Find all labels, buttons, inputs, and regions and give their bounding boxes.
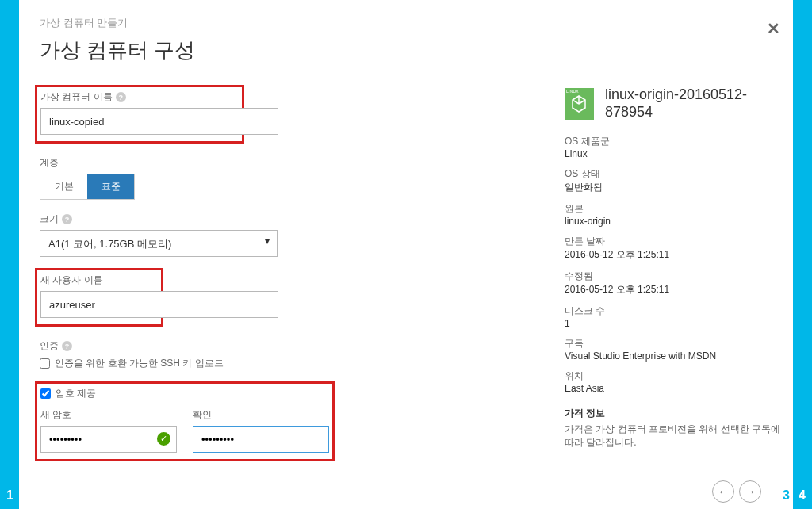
os-family-label: OS 제품군 [565, 135, 780, 148]
prev-arrow-button[interactable]: ← [712, 480, 734, 503]
pricing-label: 가격 정보 [565, 407, 780, 420]
close-icon[interactable]: ✕ [767, 19, 780, 38]
image-name-title: linux-origin-20160512-878954 [605, 86, 780, 121]
size-label: 크기 [40, 212, 59, 226]
tier-basic-tab[interactable]: 기본 [40, 174, 87, 199]
subscription-value: Visual Studio Enterprise with MSDN [565, 350, 780, 362]
modified-value: 2016-05-12 오후 1:25:11 [565, 283, 780, 297]
linux-os-icon [565, 88, 594, 120]
help-icon[interactable]: ? [116, 92, 126, 102]
source-value: linux-origin [565, 216, 780, 227]
new-password-label: 새 암호 [40, 408, 71, 422]
tier-label: 계층 [40, 156, 59, 170]
username-label: 새 사용자 이름 [40, 274, 103, 287]
check-ok-icon: ✓ [157, 432, 170, 446]
page-title: 가상 컴퓨터 구성 [40, 36, 780, 64]
disk-count-value: 1 [565, 318, 780, 329]
location-value: East Asia [565, 383, 780, 394]
source-label: 원본 [565, 202, 780, 216]
os-state-label: OS 상태 [565, 167, 780, 181]
vm-name-label: 가상 컴퓨터 이름 [40, 90, 113, 104]
vm-name-input[interactable] [40, 108, 278, 135]
created-label: 만든 날짜 [565, 235, 780, 248]
help-icon[interactable]: ? [62, 214, 72, 224]
confirm-password-input[interactable] [193, 426, 329, 453]
subscription-label: 구독 [565, 337, 780, 350]
os-family-value: Linux [565, 148, 780, 159]
password-provide-checkbox[interactable] [40, 388, 51, 399]
step-number-3: 3 [783, 488, 790, 503]
breadcrumb: 가상 컴퓨터 만들기 [40, 16, 780, 30]
username-input[interactable] [40, 291, 278, 318]
modified-label: 수정됨 [565, 270, 780, 283]
confirm-password-label: 확인 [193, 408, 212, 422]
step-number-1: 1 [6, 488, 13, 503]
next-arrow-button[interactable]: → [739, 480, 761, 503]
help-icon[interactable]: ? [62, 341, 72, 351]
location-label: 위치 [565, 369, 780, 383]
ssh-upload-checkbox[interactable] [40, 358, 50, 369]
pricing-desc: 가격은 가상 컴퓨터 프로비전을 위해 선택한 구독에 따라 달라집니다. [565, 423, 780, 450]
ssh-upload-label: 인증을 위한 호환 가능한 SSH 키 업로드 [55, 357, 224, 370]
password-provide-label: 암호 제공 [56, 387, 96, 400]
disk-count-label: 디스크 수 [565, 304, 780, 318]
created-value: 2016-05-12 오후 1:25:11 [565, 248, 780, 262]
tier-standard-tab[interactable]: 표준 [87, 174, 134, 199]
auth-label: 인증 [40, 339, 59, 353]
step-number-4: 4 [799, 488, 806, 503]
size-select[interactable]: A1(1 코어, 1.75GB 메모리) [40, 230, 278, 257]
os-state-value: 일반화됨 [565, 181, 780, 194]
